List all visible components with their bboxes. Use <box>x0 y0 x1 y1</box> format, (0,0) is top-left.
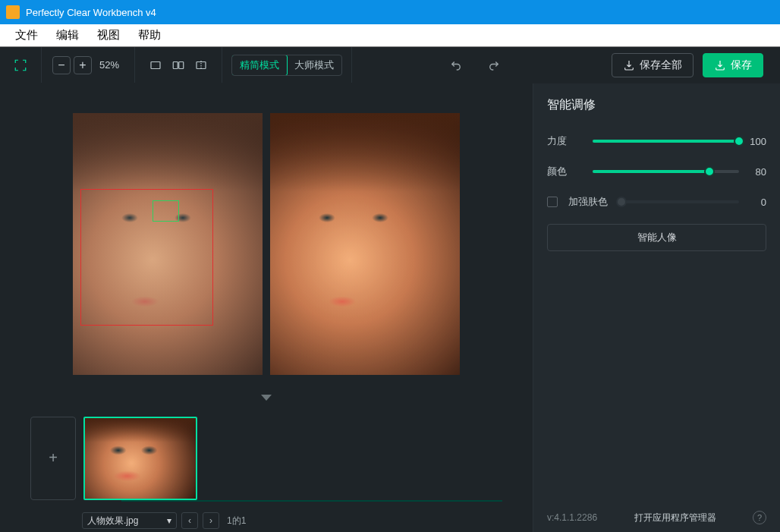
smart-portrait-button[interactable]: 智能人像 <box>547 224 766 251</box>
add-image-button[interactable]: + <box>30 417 76 500</box>
mode-master[interactable]: 大师模式 <box>287 55 341 75</box>
zoom-in-button[interactable]: + <box>74 56 92 74</box>
filmstrip-toggle-icon[interactable] <box>261 395 272 401</box>
view-compare-icon[interactable] <box>190 55 212 76</box>
zoom-out-button[interactable]: − <box>52 56 71 74</box>
color-label: 颜色 <box>547 165 593 178</box>
save-all-button[interactable]: 保存全部 <box>612 53 694 77</box>
adjustments-panel: 智能调修 力度 100 颜色 80 加强肤色 0 <box>533 83 780 532</box>
current-file-name: 人物效果.jpg <box>87 515 138 527</box>
version-text: v:4.1.1.2286 <box>547 512 597 523</box>
filmstrip: + <box>0 407 533 509</box>
redo-button[interactable] <box>483 55 505 76</box>
svg-rect-0 <box>151 61 160 68</box>
save-label: 保存 <box>731 58 752 72</box>
mode-toggle: 精简模式 大师模式 <box>231 55 342 76</box>
color-value: 80 <box>739 166 766 178</box>
menu-help[interactable]: 帮助 <box>129 28 170 42</box>
boost-skin-value: 0 <box>739 197 766 208</box>
main-body: + 人物效果.jpg ▾ ‹ › 1的1 智能调修 力度 100 <box>0 83 780 532</box>
thumbnail-image <box>85 418 196 499</box>
current-file-select[interactable]: 人物效果.jpg ▾ <box>82 512 177 529</box>
prev-image-button[interactable]: ‹ <box>181 512 198 529</box>
save-all-label: 保存全部 <box>640 58 682 72</box>
boost-skin-row: 加强肤色 0 <box>547 190 766 213</box>
preview-row <box>0 83 533 389</box>
face-detection-box <box>80 189 213 326</box>
page-info: 1的1 <box>227 515 246 527</box>
view-single-icon[interactable] <box>144 55 167 76</box>
next-image-button[interactable]: › <box>203 512 219 529</box>
color-slider[interactable] <box>593 170 739 173</box>
boost-skin-label: 加强肤色 <box>568 195 621 209</box>
toolbar: − + 52% 精简模式 大师模式 保存全部 <box>0 47 780 83</box>
undo-button[interactable] <box>445 55 467 76</box>
filmstrip-bottombar: 人物效果.jpg ▾ ‹ › 1的1 <box>0 509 533 532</box>
strength-label: 力度 <box>547 134 593 148</box>
thumbnail-selected[interactable] <box>83 417 197 500</box>
panel-footer: v:4.1.1.2286 打开应用程序管理器 ? <box>547 511 766 524</box>
menu-bar: 文件 编辑 视图 帮助 <box>0 24 780 47</box>
zoom-level: 52% <box>99 59 119 71</box>
window-title: Perfectly Clear Workbench v4 <box>26 7 156 18</box>
app-logo-icon <box>6 5 20 19</box>
preview-before[interactable] <box>73 113 263 375</box>
svg-rect-1 <box>173 61 178 68</box>
menu-file[interactable]: 文件 <box>6 28 47 42</box>
smart-portrait-label: 智能人像 <box>637 231 677 244</box>
save-button[interactable]: 保存 <box>703 53 763 77</box>
strength-slider[interactable] <box>593 140 739 143</box>
help-icon[interactable]: ? <box>753 511 766 524</box>
view-split-icon[interactable] <box>167 55 190 76</box>
boost-skin-slider[interactable] <box>621 200 739 203</box>
strength-row: 力度 100 <box>547 130 766 153</box>
open-app-manager-link[interactable]: 打开应用程序管理器 <box>634 512 716 524</box>
window-titlebar: Perfectly Clear Workbench v4 <box>0 0 780 24</box>
panel-title: 智能调修 <box>547 97 766 113</box>
boost-skin-checkbox[interactable] <box>547 197 558 207</box>
filmstrip-scroll-track[interactable] <box>121 500 502 502</box>
menu-view[interactable]: 视图 <box>88 28 129 42</box>
chevron-down-icon: ▾ <box>167 515 171 526</box>
mode-simple[interactable]: 精简模式 <box>231 55 288 76</box>
canvas-area: + 人物效果.jpg ▾ ‹ › 1的1 <box>0 83 533 532</box>
menu-edit[interactable]: 编辑 <box>47 28 88 42</box>
color-row: 颜色 80 <box>547 160 766 183</box>
eye-detection-box <box>153 200 179 222</box>
preview-after[interactable] <box>270 113 460 375</box>
portrait-after <box>270 113 460 375</box>
fit-screen-icon[interactable] <box>9 55 32 76</box>
svg-rect-2 <box>179 61 184 68</box>
